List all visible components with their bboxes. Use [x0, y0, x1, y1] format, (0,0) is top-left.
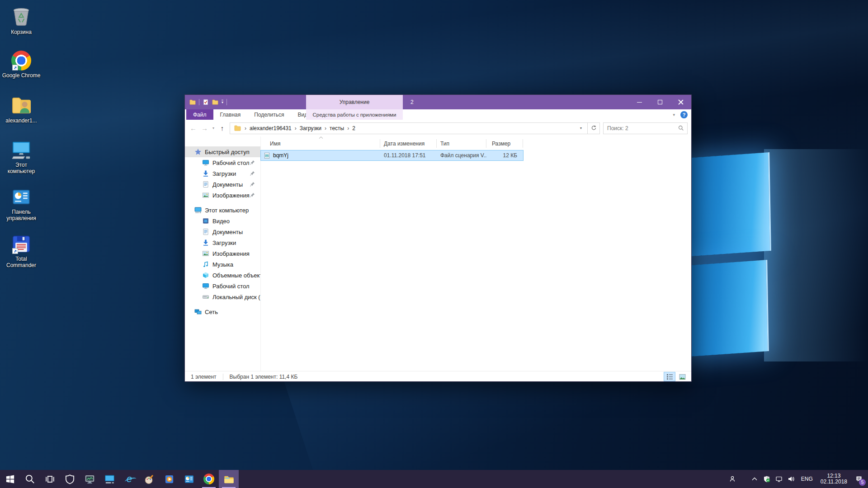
pin-icon — [250, 171, 255, 176]
maximize-button[interactable] — [650, 95, 670, 109]
thumbnails-view-button[interactable] — [676, 372, 688, 381]
desktop-icon-label: Google Chrome — [2, 72, 41, 79]
breadcrumb-item[interactable]: alexander196431 — [248, 125, 293, 131]
sidebar-item-pictures[interactable]: Изображения — [185, 190, 260, 201]
sidebar-item-network[interactable]: Сеть — [185, 306, 260, 317]
recycle-bin-icon — [11, 5, 31, 27]
desktop-icon-chrome[interactable]: Google Chrome — [2, 49, 41, 79]
desktop-icon-this-pc[interactable]: Этот компьютер — [2, 138, 41, 174]
address-dropdown-icon[interactable]: ▾ — [577, 126, 585, 130]
minimize-button[interactable] — [629, 95, 650, 109]
desktop-icon-total-commander[interactable]: Total Commander — [2, 232, 41, 268]
sidebar-item-documents[interactable]: Документы — [185, 179, 260, 190]
sidebar-item-label: Сеть — [205, 309, 218, 315]
pin-icon — [250, 192, 255, 198]
qat-customize-dropdown-icon[interactable]: ▾ — [222, 100, 223, 104]
download-icon — [202, 239, 209, 246]
taskbar-search-button[interactable] — [20, 470, 40, 488]
task-view-button[interactable] — [40, 470, 60, 488]
sidebar-item-this-pc[interactable]: Этот компьютер — [185, 205, 260, 216]
close-icon — [678, 99, 684, 105]
sidebar-item-label: Быстрый доступ — [205, 149, 250, 155]
show-hidden-icons-button[interactable] — [749, 470, 761, 488]
sort-ascending-icon[interactable] — [319, 136, 323, 139]
tab-home[interactable]: Главная — [213, 109, 248, 120]
language-indicator[interactable]: ENG — [797, 476, 816, 482]
search-box[interactable] — [603, 122, 688, 134]
breadcrumb-item[interactable]: 2 — [351, 125, 357, 131]
taskbar-media-player-button[interactable] — [159, 470, 179, 488]
sidebar-item-videos[interactable]: Видео — [185, 216, 260, 226]
taskbar-this-pc-button[interactable] — [99, 470, 119, 488]
tab-share[interactable]: Поделиться — [247, 109, 291, 120]
sidebar-item-music[interactable]: Музыка — [185, 259, 260, 270]
sidebar-item-label: Изображения — [212, 250, 250, 257]
desktop-icon-recycle-bin[interactable]: Корзина — [2, 5, 41, 35]
qat-properties-icon[interactable] — [203, 99, 209, 105]
column-header-type[interactable]: Тип — [437, 139, 486, 148]
start-button[interactable] — [0, 470, 20, 488]
tray-volume-icon[interactable] — [785, 470, 797, 488]
qat-new-folder-icon[interactable] — [212, 99, 218, 105]
taskbar-chrome-button[interactable] — [199, 470, 219, 488]
details-view-button[interactable] — [664, 372, 675, 381]
sidebar-item-downloads[interactable]: Загрузки — [185, 168, 260, 179]
sidebar-item-desktop[interactable]: Рабочий стол — [185, 157, 260, 168]
sidebar-item-downloads-pc[interactable]: Загрузки — [185, 237, 260, 248]
tab-app-tools[interactable]: Средства работы с приложениями — [306, 109, 403, 120]
thumbnails-view-icon — [679, 374, 686, 380]
refresh-button[interactable] — [588, 122, 600, 134]
clock[interactable]: 12:13 02.11.2018 — [816, 473, 851, 485]
media-player-icon — [164, 474, 175, 484]
search-input[interactable] — [604, 125, 678, 131]
tray-defender-icon[interactable] — [761, 470, 773, 488]
taskbar-defender-button[interactable] — [60, 470, 80, 488]
qat-folder-icon[interactable] — [189, 99, 196, 105]
desktop-icon-label: Панель управления — [2, 209, 41, 221]
sidebar-item-desktop-pc[interactable]: Рабочий стол — [185, 281, 260, 291]
sidebar-item-3d-objects[interactable]: Объемные объекты — [185, 270, 260, 281]
sidebar-item-quick-access[interactable]: Быстрый доступ — [185, 146, 260, 157]
address-bar: ← → ▾ ↑ › alexander196431 › Загрузки › т… — [185, 120, 691, 136]
action-center-button[interactable]: 5 — [851, 470, 867, 488]
sidebar-item-pictures-pc[interactable]: Изображения — [185, 248, 260, 259]
vbscript-file-icon — [264, 152, 270, 159]
taskbar-resource-monitor-button[interactable] — [80, 470, 99, 488]
taskbar-paint-button[interactable] — [139, 470, 159, 488]
taskbar-file-explorer-button[interactable] — [219, 470, 239, 488]
column-header-name[interactable]: Имя — [261, 139, 380, 148]
help-button[interactable]: ? — [680, 111, 688, 118]
internet-explorer-icon: e — [127, 474, 132, 484]
close-button[interactable] — [670, 95, 691, 109]
tab-file[interactable]: Файл — [186, 109, 213, 120]
people-button[interactable] — [726, 470, 739, 488]
file-row-selected[interactable]: bqmYj 01.11.2018 17:51 Файл сценария V..… — [261, 150, 523, 160]
recent-locations-dropdown-icon[interactable]: ▾ — [210, 126, 217, 130]
collapse-ribbon-icon[interactable]: ▾ — [673, 113, 675, 117]
folder-icon — [234, 125, 241, 131]
contextual-tab-manage[interactable]: Управление — [306, 95, 403, 109]
taskbar-control-panel-button[interactable] — [179, 470, 199, 488]
taskbar-internet-explorer-button[interactable]: e — [119, 470, 139, 488]
column-header-date-modified[interactable]: Дата изменения — [380, 139, 437, 148]
sidebar-item-label: Этот компьютер — [205, 207, 249, 214]
desktop-icon-control-panel[interactable]: Панель управления — [2, 185, 41, 221]
breadcrumb-item[interactable]: тесты — [328, 125, 345, 131]
desktop-icon-user-folder[interactable]: alexander1... — [2, 94, 41, 124]
sidebar-item-local-disk-c[interactable]: Локальный диск (C:) — [185, 291, 260, 302]
back-button[interactable]: ← — [188, 124, 199, 132]
tray-date: 02.11.2018 — [821, 479, 847, 485]
sidebar-item-documents-pc[interactable]: Документы — [185, 226, 260, 237]
breadcrumb-item[interactable]: Загрузки — [298, 125, 323, 131]
hard-drive-icon — [202, 293, 209, 300]
shield-icon — [65, 474, 75, 484]
performance-monitor-icon — [85, 474, 95, 484]
breadcrumb[interactable]: › alexander196431 › Загрузки › тесты › 2… — [230, 122, 588, 134]
computer-icon — [104, 474, 115, 484]
column-header-size[interactable]: Размер — [486, 139, 523, 148]
picture-icon — [202, 250, 209, 257]
ribbon-tabs: Файл Главная Поделиться Вид Средства раб… — [185, 109, 691, 120]
forward-button[interactable]: → — [199, 124, 210, 132]
tray-network-icon[interactable] — [773, 470, 785, 488]
up-button[interactable]: ↑ — [217, 124, 228, 132]
